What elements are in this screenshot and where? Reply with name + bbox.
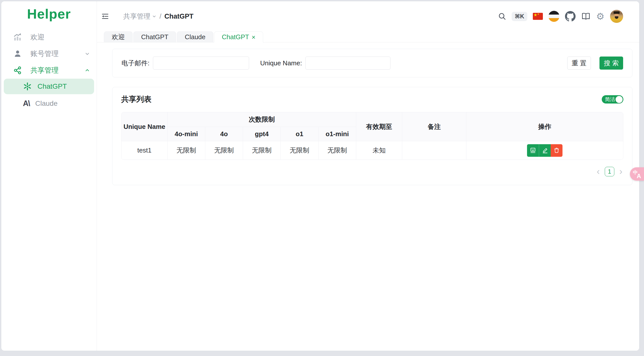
page-1-button[interactable]: 1 — [605, 167, 614, 176]
cell-expire: 未知 — [356, 141, 402, 160]
col-header-4o: 4o — [205, 127, 243, 141]
cell-limit-o1: 无限制 — [281, 141, 318, 160]
breadcrumb: 共享管理 / ChatGPT — [123, 12, 498, 21]
user-avatar[interactable] — [610, 10, 623, 23]
col-header-actions: 操作 — [466, 112, 623, 141]
share-list-card: 共享列表 简洁 Unique Name — [112, 87, 632, 185]
chevron-up-icon — [85, 68, 90, 73]
cell-note — [402, 141, 466, 160]
col-header-o1-mini: o1-mini — [318, 127, 356, 141]
cell-limit-gpt4: 无限制 — [243, 141, 281, 160]
sidebar-item-welcome[interactable]: 欢迎 — [1, 29, 97, 45]
search-icon[interactable] — [498, 12, 506, 20]
breadcrumb-parent[interactable]: 共享管理 — [123, 12, 156, 21]
cell-actions — [466, 141, 623, 160]
docs-book-icon[interactable] — [581, 12, 591, 21]
compact-toggle[interactable]: 简洁 — [602, 95, 623, 104]
filter-card: 电子邮件: Unique Name: 重 置 搜 索 — [112, 49, 632, 77]
menu-fold-icon — [101, 13, 109, 20]
tab-bar: 欢迎 ChatGPT Claude ChatGPT × — [97, 31, 639, 42]
breadcrumb-current: ChatGPT — [165, 13, 194, 20]
shortcut-badge[interactable]: ⌘K — [512, 12, 527, 21]
settings-gear-icon[interactable]: ⚙ — [596, 12, 605, 21]
list-header: 共享列表 简洁 — [121, 94, 623, 105]
sidebar-item-label: Claude — [35, 99, 58, 108]
breadcrumb-separator: / — [159, 13, 162, 20]
sidebar-item-accounts[interactable]: 账号管理 — [1, 45, 97, 62]
sidebar-item-label: 共享管理 — [30, 66, 76, 75]
col-header-gpt4: gpt4 — [243, 127, 281, 141]
chevron-down-icon — [85, 51, 90, 57]
translate-fab[interactable]: 中 A — [630, 167, 644, 181]
tab-claude[interactable]: Claude — [177, 31, 213, 42]
chart-icon — [13, 33, 22, 41]
openai-logo-icon — [23, 82, 32, 91]
table-row: test1 无限制 无限制 无限制 无限制 无限制 未知 — [122, 141, 623, 160]
delete-button[interactable] — [551, 144, 562, 157]
app-logo: Helper — [1, 1, 97, 26]
unique-name-field-group: Unique Name: — [260, 57, 390, 70]
col-header-limits: 次数限制 — [168, 112, 356, 127]
sidebar-collapse-button[interactable] — [100, 11, 110, 21]
row-action-group — [527, 144, 562, 157]
share-table: Unique Name 次数限制 有效期至 备注 操作 4o-mini 4o g… — [121, 112, 623, 160]
reset-button[interactable]: 重 置 — [567, 57, 591, 70]
unique-name-label: Unique Name: — [260, 59, 302, 67]
edit-button[interactable] — [539, 144, 551, 157]
cell-unique-name: test1 — [122, 141, 168, 160]
email-input[interactable] — [153, 57, 249, 70]
col-header-4o-mini: 4o-mini — [168, 127, 205, 141]
list-title: 共享列表 — [121, 94, 151, 105]
sidebar-item-label: 欢迎 — [30, 32, 90, 42]
sidebar-item-chatgpt[interactable]: ChatGPT — [4, 79, 94, 94]
toggle-knob — [616, 96, 623, 103]
tab-welcome[interactable]: 欢迎 — [104, 31, 133, 42]
sidebar-item-label: ChatGPT — [37, 82, 67, 90]
sidebar-item-claude[interactable]: A\ Claude — [4, 96, 94, 111]
tab-chatgpt-active[interactable]: ChatGPT × — [214, 31, 263, 42]
close-icon[interactable]: × — [252, 34, 255, 40]
chevron-down-icon — [152, 14, 156, 19]
sidebar-item-label: 账号管理 — [30, 49, 76, 59]
trash-icon — [553, 147, 560, 154]
app-window: Helper 欢迎 — [1, 1, 639, 351]
search-button[interactable]: 搜 索 — [599, 57, 623, 70]
compact-toggle-label: 简洁 — [605, 96, 615, 103]
share-account-button[interactable] — [527, 144, 539, 157]
language-flag-icon[interactable]: ★ ★ — [533, 13, 543, 20]
edit-pencil-icon — [542, 147, 548, 154]
sidebar-item-share[interactable]: 共享管理 — [1, 62, 97, 79]
col-header-note: 备注 — [402, 112, 466, 141]
user-icon — [13, 49, 22, 58]
id-card-icon — [530, 147, 536, 154]
sidebar: Helper 欢迎 — [1, 1, 97, 351]
topbar-icons: ⌘K ★ ★ ⚙ — [498, 10, 623, 23]
anthropic-logo-icon: A\ — [23, 99, 30, 108]
cell-limit-4o-mini: 无限制 — [168, 141, 205, 160]
main-area: 共享管理 / ChatGPT ⌘K ★ ★ — [97, 1, 639, 351]
tab-chatgpt[interactable]: ChatGPT — [133, 31, 176, 42]
cell-limit-o1-mini: 无限制 — [318, 141, 356, 160]
content: 电子邮件: Unique Name: 重 置 搜 索 共享列表 简洁 — [97, 42, 639, 185]
cell-limit-4o: 无限制 — [205, 141, 243, 160]
theme-stripes-icon[interactable] — [548, 11, 559, 22]
col-header-o1: o1 — [281, 127, 318, 141]
prev-page-icon[interactable]: ‹ — [596, 167, 601, 176]
github-icon[interactable] — [565, 11, 576, 22]
pagination: ‹ 1 › — [121, 167, 623, 176]
col-header-unique-name: Unique Name — [122, 112, 168, 141]
topbar: 共享管理 / ChatGPT ⌘K ★ ★ — [97, 1, 639, 31]
email-field-group: 电子邮件: — [122, 57, 249, 70]
col-header-expire: 有效期至 — [356, 112, 402, 141]
sidebar-menu: 欢迎 账号管理 — [1, 26, 97, 111]
next-page-icon[interactable]: › — [618, 167, 623, 176]
unique-name-input[interactable] — [305, 57, 390, 70]
share-icon — [13, 66, 22, 75]
email-label: 电子邮件: — [122, 59, 149, 68]
